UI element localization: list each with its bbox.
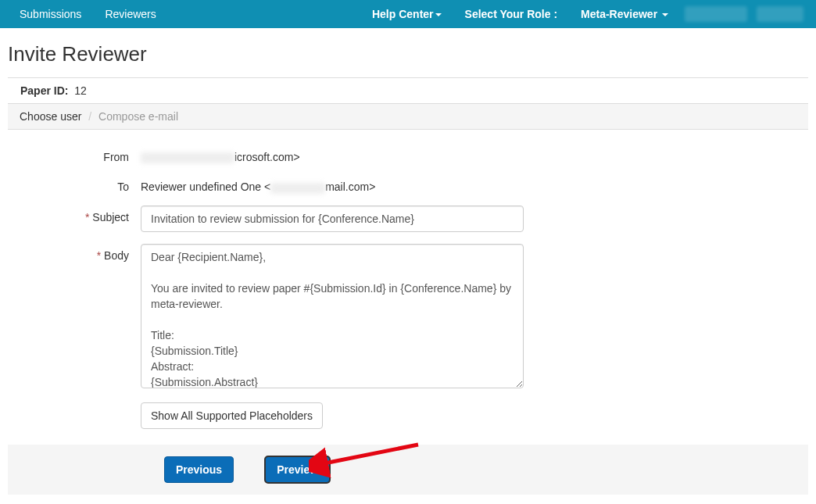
to-label: To [8,175,141,193]
to-redacted [270,183,325,194]
show-placeholders-button[interactable]: Show All Supported Placeholders [141,402,323,429]
footer-actions: Previous Preview [8,445,808,495]
previous-button[interactable]: Previous [164,456,234,483]
nav-select-role-label: Select Your Role : [453,2,570,27]
nav-user-redacted [685,6,747,22]
subject-input[interactable] [141,206,524,232]
form-row-placeholders: Show All Supported Placeholders [8,402,808,429]
subject-label: * Subject [8,206,141,223]
subject-label-text: Subject [92,211,129,223]
nav-user-redacted-2 [757,6,803,22]
nav-role-dropdown[interactable]: Meta-Reviewer [569,2,680,27]
nav-help-center[interactable]: Help Center [360,2,453,27]
nav-help-center-label: Help Center [372,8,434,20]
breadcrumb: Choose user / Compose e-mail [8,104,808,130]
body-label-text: Body [104,249,129,262]
form-row-subject: * Subject [8,206,808,232]
paper-id-row: Paper ID: 12 [8,77,808,104]
main-content: Invite Reviewer Paper ID: 12 Choose user… [0,28,816,495]
nav-submissions[interactable]: Submissions [8,2,93,27]
breadcrumb-step-1[interactable]: Choose user [20,110,81,123]
to-suffix: mail.com> [325,181,375,193]
form-row-body: * Body [8,244,808,391]
breadcrumb-separator: / [84,110,95,123]
navbar-right: Help Center Select Your Role : Meta-Revi… [360,2,808,27]
form-row-from: From icrosoft.com> [8,145,808,163]
preview-button[interactable]: Preview [265,456,330,483]
form-area: From icrosoft.com> To Reviewer undefined… [8,130,808,429]
body-field-wrap [141,244,524,391]
nav-reviewers[interactable]: Reviewers [93,2,167,27]
form-row-to: To Reviewer undefined One <mail.com> [8,175,808,193]
from-value: icrosoft.com> [141,145,524,163]
navbar-left: Submissions Reviewers [8,2,168,27]
subject-field-wrap [141,206,524,232]
top-navbar: Submissions Reviewers Help Center Select… [0,0,816,28]
svg-line-1 [320,445,418,464]
body-textarea[interactable] [141,244,524,388]
to-value: Reviewer undefined One <mail.com> [141,175,524,193]
body-label: * Body [8,244,141,262]
placeholders-spacer [8,402,141,408]
from-suffix: icrosoft.com> [234,151,300,163]
chevron-down-icon [435,13,442,16]
paper-id-value: 12 [74,84,87,97]
from-label: From [8,145,141,163]
to-prefix: Reviewer undefined One < [141,181,270,193]
paper-id-label: Paper ID: [20,84,68,97]
nav-role-value: Meta-Reviewer [581,8,657,20]
page-title: Invite Reviewer [8,42,808,66]
breadcrumb-step-2: Compose e-mail [98,110,178,123]
chevron-down-icon [662,13,668,16]
from-redacted [141,152,234,163]
required-asterisk: * [85,211,89,223]
required-asterisk: * [97,249,101,262]
placeholders-wrap: Show All Supported Placeholders [141,402,524,429]
